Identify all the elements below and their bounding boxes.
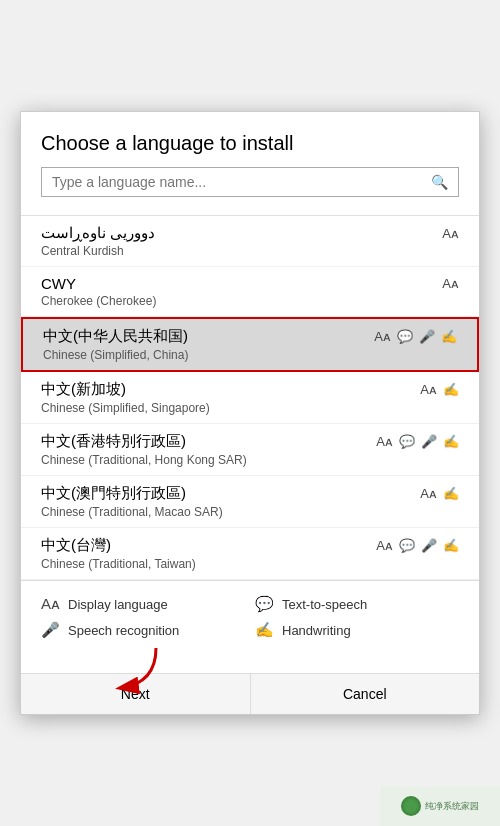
dialog-footer: Next Cancel	[21, 673, 479, 714]
speech-icon: 💬	[399, 434, 415, 449]
display-icon: Aᴀ	[442, 226, 459, 241]
display-icon: Aᴀ	[420, 382, 437, 397]
lang-item-chinese-traditional-taiwan[interactable]: 中文(台灣) Aᴀ 💬 🎤 ✍ Chinese (Traditional, Ta…	[21, 528, 479, 580]
legend-display-label: Display language	[68, 597, 168, 612]
lang-icons: Aᴀ	[442, 226, 459, 241]
handwriting-icon: ✍	[441, 329, 457, 344]
legend-speech: 🎤 Speech recognition	[41, 621, 245, 639]
legend-display: Aᴀ Display language	[41, 595, 245, 613]
dialog-title: Choose a language to install	[41, 132, 459, 155]
watermark: 纯净系统家园	[380, 786, 500, 826]
lang-sub: Chinese (Simplified, China)	[43, 348, 457, 362]
lang-item-chinese-simplified-china[interactable]: 中文(中华人民共和国) Aᴀ 💬 🎤 ✍ Chinese (Simplified…	[21, 317, 479, 372]
lang-sub: Chinese (Traditional, Macao SAR)	[41, 505, 459, 519]
lang-icons: Aᴀ	[442, 276, 459, 291]
lang-item-cherokee[interactable]: CWY Aᴀ Cherokee (Cherokee)	[21, 267, 479, 317]
lang-name: 中文(新加坡)	[41, 380, 126, 399]
speech-icon: 💬	[399, 538, 415, 553]
dialog-header: Choose a language to install 🔍	[21, 112, 479, 215]
legend-tts-icon: 💬	[255, 595, 274, 613]
display-icon: Aᴀ	[376, 538, 393, 553]
handwriting-icon: ✍	[443, 486, 459, 501]
display-icon: Aᴀ	[376, 434, 393, 449]
search-icon: 🔍	[431, 174, 448, 190]
legend-speech-label: Speech recognition	[68, 623, 179, 638]
lang-sub: Chinese (Traditional, Taiwan)	[41, 557, 459, 571]
lang-name: CWY	[41, 275, 76, 292]
display-icon: Aᴀ	[374, 329, 391, 344]
handwriting-icon: ✍	[443, 434, 459, 449]
lang-icons: Aᴀ ✍	[420, 382, 459, 397]
lang-sub: Cherokee (Cherokee)	[41, 294, 459, 308]
legend-section: Aᴀ Display language 💬 Text-to-speech 🎤 S…	[21, 580, 479, 673]
lang-name: 中文(澳門特別行政區)	[41, 484, 186, 503]
language-list: دووریی ناوەڕاست Aᴀ Central Kurdish CWY A…	[21, 215, 479, 580]
lang-item-chinese-traditional-hongkong[interactable]: 中文(香港特別行政區) Aᴀ 💬 🎤 ✍ Chinese (Traditiona…	[21, 424, 479, 476]
legend-display-icon: Aᴀ	[41, 595, 60, 613]
lang-name: 中文(中华人民共和国)	[43, 327, 188, 346]
handwriting-icon: ✍	[443, 382, 459, 397]
lang-icons: Aᴀ 💬 🎤 ✍	[376, 538, 459, 553]
lang-icons: Aᴀ 💬 🎤 ✍	[376, 434, 459, 449]
lang-name: 中文(台灣)	[41, 536, 111, 555]
lang-name: دووریی ناوەڕاست	[41, 224, 155, 242]
legend-tts: 💬 Text-to-speech	[255, 595, 459, 613]
lang-icons: Aᴀ 💬 🎤 ✍	[374, 329, 457, 344]
lang-name: 中文(香港特別行政區)	[41, 432, 186, 451]
lang-item-central-kurdish[interactable]: دووریی ناوەڕاست Aᴀ Central Kurdish	[21, 216, 479, 267]
search-input[interactable]	[52, 174, 431, 190]
mic-icon: 🎤	[421, 538, 437, 553]
legend-tts-label: Text-to-speech	[282, 597, 367, 612]
lang-sub: Central Kurdish	[41, 244, 459, 258]
legend-handwriting-label: Handwriting	[282, 623, 351, 638]
watermark-logo	[401, 796, 421, 816]
search-box: 🔍	[41, 167, 459, 197]
display-icon: Aᴀ	[442, 276, 459, 291]
legend-speech-icon: 🎤	[41, 621, 60, 639]
speech-icon: 💬	[397, 329, 413, 344]
lang-item-chinese-traditional-macao[interactable]: 中文(澳門特別行政區) Aᴀ ✍ Chinese (Traditional, M…	[21, 476, 479, 528]
lang-icons: Aᴀ ✍	[420, 486, 459, 501]
legend-grid: Aᴀ Display language 💬 Text-to-speech 🎤 S…	[41, 595, 459, 639]
handwriting-icon: ✍	[443, 538, 459, 553]
next-button[interactable]: Next	[21, 674, 251, 714]
legend-handwriting: ✍ Handwriting	[255, 621, 459, 639]
lang-sub: Chinese (Traditional, Hong Kong SAR)	[41, 453, 459, 467]
cancel-button[interactable]: Cancel	[251, 674, 480, 714]
language-dialog: Choose a language to install 🔍 دووریی نا…	[20, 111, 480, 715]
mic-icon: 🎤	[421, 434, 437, 449]
display-icon: Aᴀ	[420, 486, 437, 501]
lang-item-chinese-simplified-singapore[interactable]: 中文(新加坡) Aᴀ ✍ Chinese (Simplified, Singap…	[21, 372, 479, 424]
lang-sub: Chinese (Simplified, Singapore)	[41, 401, 459, 415]
mic-icon: 🎤	[419, 329, 435, 344]
watermark-text: 纯净系统家园	[425, 800, 479, 813]
legend-handwriting-icon: ✍	[255, 621, 274, 639]
